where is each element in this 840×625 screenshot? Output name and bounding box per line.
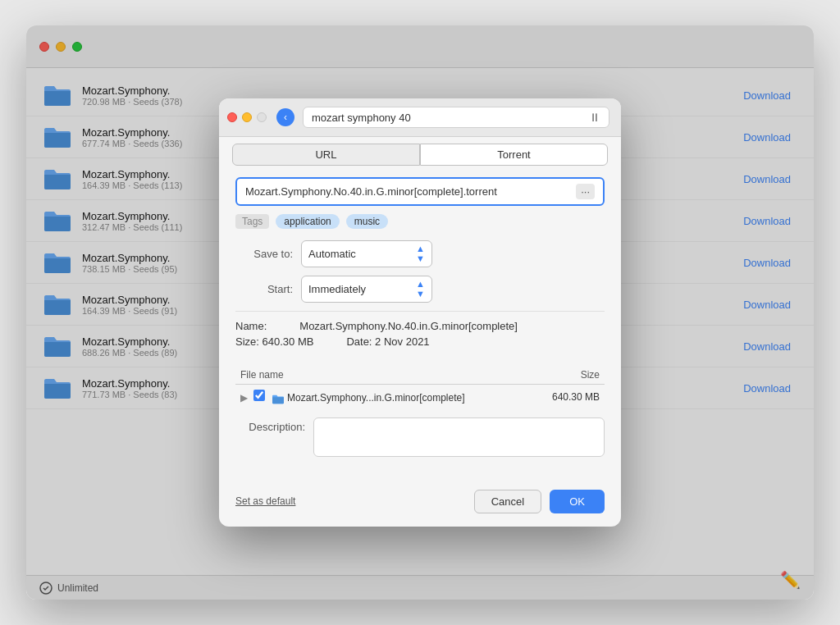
date-label: Date: <box>346 335 372 348</box>
dialog-body: Mozart.Symphony.No.40.in.G.minor[complet… <box>219 167 621 482</box>
dialog-title-bar: ‹ mozart symphony 40 ⏸ <box>219 98 621 137</box>
app-window: Mozart.Symphony. 720.98 MB · Seeds (378)… <box>26 25 814 600</box>
col-filename: File name <box>235 366 532 385</box>
tab-torrent[interactable]: Torrent <box>420 144 608 166</box>
file-table: File name Size ▶ Mozart.Symphony...in.G.… <box>235 366 605 408</box>
start-label: Start: <box>235 283 293 295</box>
expand-icon[interactable]: ▶ <box>240 392 248 404</box>
save-to-select[interactable]: Automatic ▲ ▼ <box>301 240 432 267</box>
dialog-search-bar: mozart symphony 40 ⏸ <box>303 107 609 128</box>
cancel-button[interactable]: Cancel <box>474 490 541 513</box>
description-row: Description: <box>235 417 605 457</box>
footer-buttons: Cancel OK <box>474 490 605 513</box>
info-section: Name: Mozart.Symphony.No.40.in.G.minor[c… <box>235 311 605 356</box>
start-select[interactable]: Immediately ▲ ▼ <box>301 276 432 303</box>
size-value: 640.30 MB <box>262 335 314 348</box>
pause-button[interactable]: ⏸ <box>589 111 600 124</box>
save-to-value: Automatic <box>308 248 411 260</box>
dialog-overlay: ‹ mozart symphony 40 ⏸ URL Torrent Mozar… <box>26 25 814 600</box>
tab-url[interactable]: URL <box>232 144 420 166</box>
tags-label: Tags <box>235 214 269 229</box>
file-row-cell: ▶ Mozart.Symphony...in.G.minor[complete] <box>235 385 532 409</box>
save-to-row: Save to: Automatic ▲ ▼ <box>235 240 605 267</box>
set-default-button[interactable]: Set as default <box>235 495 295 507</box>
start-arrows: ▲ ▼ <box>416 280 425 299</box>
dialog-minimize-button[interactable] <box>242 112 252 122</box>
search-text: mozart symphony 40 <box>312 112 411 124</box>
torrent-dialog: ‹ mozart symphony 40 ⏸ URL Torrent Mozar… <box>219 98 621 526</box>
dialog-footer: Set as default Cancel OK <box>219 483 621 527</box>
dialog-tabs: URL Torrent <box>219 144 621 166</box>
date-value: 2 Nov 2021 <box>375 335 430 348</box>
torrent-input-row: Mozart.Symphony.No.40.in.G.minor[complet… <box>235 177 605 206</box>
description-input[interactable] <box>313 417 605 457</box>
dialog-back-button[interactable]: ‹ <box>276 108 294 126</box>
name-value: Mozart.Symphony.No.40.in.G.minor[complet… <box>299 320 518 332</box>
col-size: Size <box>532 366 605 385</box>
dialog-maximize-button <box>257 112 267 122</box>
file-checkbox[interactable] <box>253 390 265 401</box>
tags-row: Tags application music <box>235 214 605 229</box>
torrent-more-button[interactable]: ··· <box>576 184 595 199</box>
file-table-row: ▶ Mozart.Symphony...in.G.minor[complete]… <box>235 385 605 409</box>
file-name: Mozart.Symphony...in.G.minor[complete] <box>287 392 465 404</box>
size-date-row: Size: 640.30 MB Date: 2 Nov 2021 <box>235 335 605 348</box>
name-row: Name: Mozart.Symphony.No.40.in.G.minor[c… <box>235 320 605 332</box>
tag-music[interactable]: music <box>346 214 388 229</box>
save-to-label: Save to: <box>235 248 293 260</box>
ok-button[interactable]: OK <box>550 490 605 513</box>
file-folder-icon <box>272 392 287 404</box>
name-label: Name: <box>235 320 267 332</box>
start-value: Immediately <box>308 283 411 295</box>
description-label: Description: <box>235 417 305 433</box>
torrent-filename: Mozart.Symphony.No.40.in.G.minor[complet… <box>245 185 576 198</box>
save-to-arrows: ▲ ▼ <box>416 244 425 263</box>
file-size: 640.30 MB <box>532 385 605 409</box>
tag-application[interactable]: application <box>276 214 339 229</box>
size-label: Size: <box>235 335 259 348</box>
dialog-close-button[interactable] <box>227 112 237 122</box>
start-row: Start: Immediately ▲ ▼ <box>235 276 605 303</box>
